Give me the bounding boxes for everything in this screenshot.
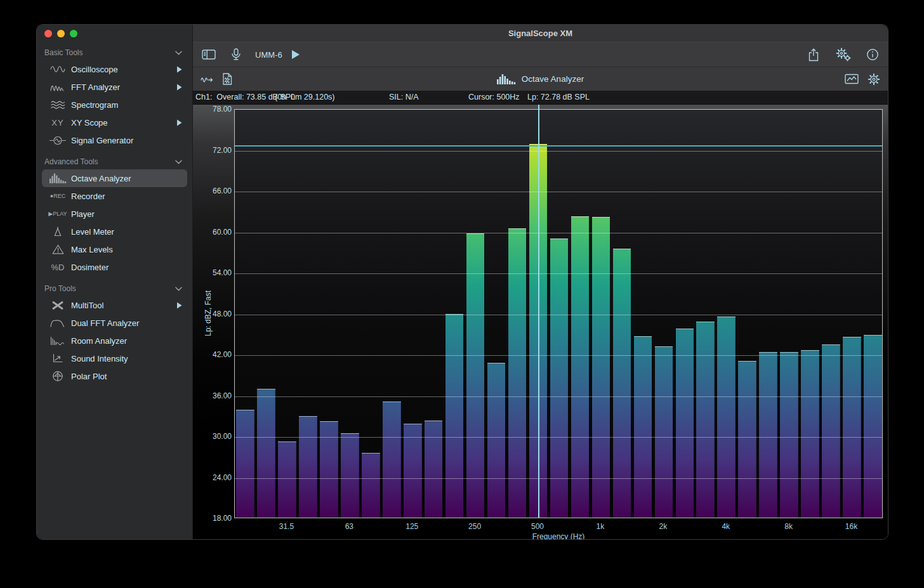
gridline: [235, 315, 882, 315]
band-bar-1.25k[interactable]: [613, 249, 631, 518]
minimize-window-button[interactable]: [57, 30, 65, 37]
x-tick-label: 31.5: [279, 522, 294, 531]
band-bar-2.5k[interactable]: [676, 329, 694, 518]
sidebar-item-multitool[interactable]: MultiTool: [42, 296, 187, 314]
submenu-arrow-icon: [176, 84, 182, 91]
close-window-button[interactable]: [44, 30, 52, 37]
share-icon[interactable]: [808, 48, 819, 62]
chart-box-icon[interactable]: [845, 74, 859, 84]
polar-plot-icon: [44, 370, 71, 382]
y-tick-label: 24.00: [197, 473, 232, 482]
sidebar-item-label: Polar Plot: [71, 372, 107, 381]
gridline: [235, 355, 882, 356]
status-cursor: Cursor: 500Hz: [468, 93, 520, 101]
band-bar-8k[interactable]: [780, 352, 798, 518]
band-bar-100[interactable]: [383, 402, 401, 518]
band-bar-200[interactable]: [446, 314, 464, 518]
band-bar-16k[interactable]: [843, 337, 861, 518]
band-bar-20[interactable]: [236, 410, 254, 518]
microphone-icon[interactable]: [231, 48, 241, 62]
band-bar-50[interactable]: [320, 421, 338, 518]
spectrogram-icon: [44, 100, 71, 110]
gear-icon[interactable]: [868, 73, 880, 86]
signal-generator-icon: [44, 136, 71, 145]
frequency-cursor-line[interactable]: [538, 105, 539, 518]
gears-icon[interactable]: [835, 48, 851, 62]
section-header-advanced-tools[interactable]: Advanced Tools: [42, 154, 187, 169]
sidebar-item-dual-fft-analyzer[interactable]: Dual FFT Analyzer: [42, 314, 187, 332]
titlebar[interactable]: SignalScope XM: [193, 25, 888, 42]
zoom-window-button[interactable]: [70, 30, 77, 37]
sidebar-item-sound-intensity[interactable]: Sound Intensity: [42, 350, 187, 367]
band-bar-80[interactable]: [362, 453, 380, 518]
tool-title: Octave Analyzer: [522, 74, 584, 84]
section-header-pro-tools[interactable]: Pro Tools: [42, 281, 187, 296]
octave-plot[interactable]: [234, 109, 883, 518]
band-bar-630[interactable]: [550, 238, 569, 518]
band-bar-25[interactable]: [257, 389, 275, 518]
x-tick-label: 500: [531, 522, 544, 531]
band-bar-6.3k[interactable]: [759, 352, 777, 518]
input-device-name[interactable]: UMM-6: [255, 50, 282, 60]
sidebar-item-level-meter[interactable]: Level Meter: [42, 223, 187, 240]
info-icon[interactable]: [866, 48, 879, 61]
band-bar-20k[interactable]: [864, 335, 882, 518]
band-bar-2k[interactable]: [655, 346, 673, 518]
x-tick-label: 8k: [784, 522, 793, 531]
sidebar-item-max-levels[interactable]: Max Levels: [42, 240, 187, 258]
sidebar-item-fft-analyzer[interactable]: FFT Analyzer: [42, 78, 187, 96]
gridline: [235, 478, 882, 479]
window-title: SignalScope XM: [508, 29, 572, 38]
section-header-basic-tools[interactable]: Basic Tools: [42, 45, 187, 60]
sidebar-item-xy-scope[interactable]: XYXY Scope: [42, 114, 187, 131]
sidebar-item-label: Max Levels: [71, 245, 113, 254]
sound-intensity-icon: [44, 353, 71, 363]
sidebar-toggle-icon[interactable]: [202, 49, 216, 60]
sidebar-item-recorder[interactable]: ●RECRecorder: [42, 187, 187, 205]
multitool-icon: [44, 301, 71, 310]
band-bar-12.5k[interactable]: [822, 344, 840, 518]
band-bar-4k[interactable]: [717, 317, 736, 518]
band-bar-160[interactable]: [425, 421, 443, 518]
play-icon[interactable]: [291, 49, 300, 60]
band-bar-1.6k[interactable]: [634, 336, 652, 518]
band-bar-31.5[interactable]: [278, 441, 296, 518]
sidebar-item-room-analyzer[interactable]: Room Analyzer: [42, 332, 187, 350]
section-label: Pro Tools: [44, 284, 76, 293]
sidebar-item-label: MultiTool: [71, 301, 103, 310]
x-axis-title: Frequency (Hz): [234, 532, 883, 540]
sidebar-item-signal-generator[interactable]: Signal Generator: [42, 131, 187, 149]
dosimeter-icon: %D: [44, 263, 71, 272]
band-bar-315[interactable]: [487, 363, 506, 518]
sidebar-item-octave-analyzer[interactable]: Octave Analyzer: [42, 169, 187, 187]
band-bar-800[interactable]: [571, 216, 590, 518]
sidebar-item-spectrogram[interactable]: Spectrogram: [42, 96, 187, 114]
sidebar-item-oscilloscope[interactable]: Oscilloscope: [42, 60, 187, 78]
band-bar-1k[interactable]: [592, 217, 610, 518]
y-tick-label: 78.00: [197, 105, 232, 114]
submenu-arrow-icon: [176, 302, 182, 309]
sidebar-item-dosimeter[interactable]: %DDosimeter: [42, 258, 187, 276]
sidebar: Basic ToolsOscilloscopeFFT AnalyzerSpect…: [37, 25, 193, 539]
band-bar-3.15k[interactable]: [696, 322, 715, 518]
y-tick-label: 18.00: [197, 514, 232, 523]
sidebar-item-label: Dosimeter: [71, 263, 109, 272]
band-bar-63[interactable]: [341, 433, 359, 518]
band-bar-40[interactable]: [299, 416, 317, 518]
tool-list: Basic ToolsOscilloscopeFFT AnalyzerSpect…: [37, 42, 192, 385]
room-analyzer-icon: [44, 336, 71, 346]
band-bar-5k[interactable]: [738, 361, 756, 518]
y-tick-label: 54.00: [197, 268, 232, 277]
band-bar-400[interactable]: [508, 228, 527, 518]
sidebar-item-polar-plot[interactable]: Polar Plot: [42, 367, 187, 385]
band-bar-250[interactable]: [466, 233, 485, 518]
level-meter-icon: [44, 226, 71, 237]
y-tick-label: 30.00: [197, 432, 232, 441]
gridline: [235, 437, 882, 438]
snapshot-document-icon[interactable]: [222, 73, 232, 85]
sidebar-item-player[interactable]: ▶PLAYPlayer: [42, 205, 187, 223]
sidebar-item-label: Room Analyzer: [71, 336, 127, 346]
signal-output-icon[interactable]: [201, 74, 214, 84]
band-bar-10k[interactable]: [801, 350, 819, 518]
y-tick-label: 48.00: [197, 310, 232, 318]
